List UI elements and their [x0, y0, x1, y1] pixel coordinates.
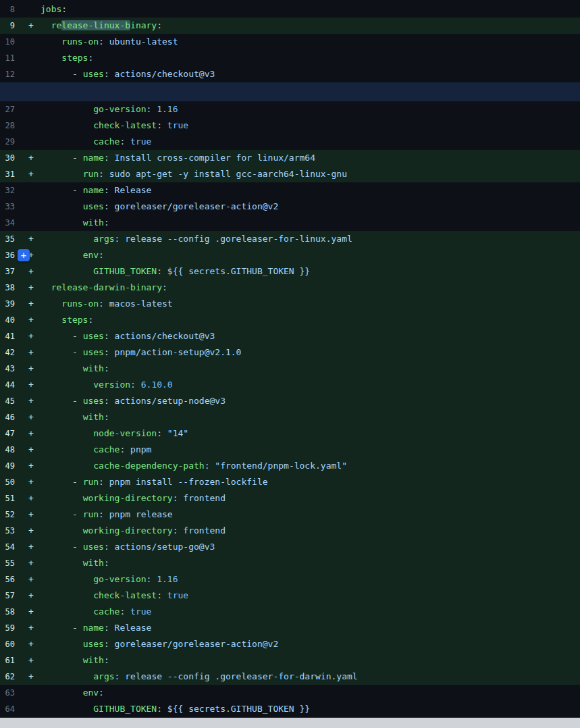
diff-line-30: 30+ - name: Install cross-compiler for l…: [0, 150, 580, 166]
code-text: - name: Release: [41, 620, 580, 636]
diff-line-11: 11 steps:: [0, 50, 580, 66]
diff-line-44: 44+ version: 6.10.0: [0, 377, 580, 393]
code-text: version: 6.10.0: [41, 377, 580, 393]
line-number[interactable]: 42: [0, 344, 22, 361]
line-number[interactable]: 8: [0, 1, 22, 18]
diff-marker: +: [22, 490, 41, 506]
line-number[interactable]: 56: [0, 571, 22, 588]
code-text: args: release --config .goreleaser-for-l…: [41, 231, 580, 247]
line-number[interactable]: 58: [0, 604, 22, 620]
diff-line-55: 55+ with:: [0, 555, 580, 571]
code-text: node-version: "14": [41, 425, 580, 442]
code-text: GITHUB_TOKEN: ${{ secrets.GITHUB_TOKEN }…: [41, 701, 580, 717]
line-number[interactable]: 49: [0, 458, 22, 474]
diff-marker: +: [22, 328, 41, 344]
code-text: cache: true: [41, 604, 580, 620]
line-number[interactable]: 35: [0, 231, 22, 247]
line-number[interactable]: 57: [0, 588, 22, 604]
line-number[interactable]: 40: [0, 312, 22, 328]
line-number[interactable]: 31: [0, 166, 22, 182]
diff-line-41: 41+ - uses: actions/checkout@v3: [0, 328, 580, 344]
diff-line-53: 53+ working-directory: frontend: [0, 523, 580, 539]
diff-marker: +: [22, 539, 41, 555]
diff-marker: +: [22, 425, 41, 442]
diff-line-48: 48+ cache: pnpm: [0, 442, 580, 458]
line-number[interactable]: 29: [0, 134, 22, 150]
diff-table: 8jobs:9+ release-linux-binary:10 runs-on…: [0, 1, 580, 717]
code-text: - name: Install cross-compiler for linux…: [41, 150, 580, 166]
line-number[interactable]: 33: [0, 199, 22, 215]
line-number[interactable]: 50: [0, 474, 22, 490]
line-number[interactable]: 64: [0, 701, 22, 717]
code-text: with:: [41, 555, 580, 571]
code-text: - uses: actions/checkout@v3: [41, 328, 580, 344]
diff-line-47: 47+ node-version: "14": [0, 425, 580, 442]
line-number[interactable]: 9: [0, 18, 22, 34]
selected-text: lease-linux-b: [61, 20, 130, 30]
diff-marker: +: [22, 377, 41, 393]
line-number[interactable]: 30: [0, 150, 22, 166]
add-comment-button[interactable]: +: [18, 249, 30, 261]
diff-line-60: 60+ uses: goreleaser/goreleaser-action@v…: [0, 636, 580, 652]
diff-marker: [22, 66, 41, 82]
code-text: - name: Release: [41, 182, 580, 199]
diff-marker: +: [22, 361, 41, 377]
line-number[interactable]: 28: [0, 118, 22, 134]
code-text: - uses: actions/checkout@v3: [41, 66, 580, 82]
code-text: env:: [41, 685, 580, 701]
line-number[interactable]: 59: [0, 620, 22, 636]
line-number[interactable]: 54: [0, 539, 22, 555]
code-text: with:: [41, 652, 580, 669]
line-number[interactable]: 51: [0, 490, 22, 506]
line-number[interactable]: 38: [0, 280, 22, 296]
diff-marker: +: [22, 166, 41, 182]
line-number[interactable]: 61: [0, 652, 22, 669]
line-number[interactable]: 39: [0, 296, 22, 312]
code-text: cache-dependency-path: "frontend/pnpm-lo…: [41, 458, 580, 474]
line-number[interactable]: 62: [0, 669, 22, 685]
code-text: jobs:: [41, 1, 580, 18]
line-number[interactable]: 10: [0, 34, 22, 50]
line-number[interactable]: 27: [0, 101, 22, 118]
line-number[interactable]: 12: [0, 66, 22, 82]
line-number[interactable]: 52: [0, 506, 22, 523]
line-number[interactable]: 55: [0, 555, 22, 571]
line-number[interactable]: 43: [0, 361, 22, 377]
diff-marker: +: [22, 506, 41, 523]
diff-marker: +: [22, 604, 41, 620]
diff-marker: +: [22, 393, 41, 409]
line-number[interactable]: 60: [0, 636, 22, 652]
line-number[interactable]: 47: [0, 425, 22, 442]
diff-marker: [22, 118, 41, 134]
line-number[interactable]: 53: [0, 523, 22, 539]
line-number[interactable]: 37: [0, 263, 22, 280]
code-text: - uses: actions/setup-go@v3: [41, 539, 580, 555]
line-number[interactable]: 41: [0, 328, 22, 344]
code-text: uses: goreleaser/goreleaser-action@v2: [41, 199, 580, 215]
diff-line-10: 10 runs-on: ubuntu-latest: [0, 34, 580, 50]
code-text: steps:: [41, 50, 580, 66]
code-text: steps:: [41, 312, 580, 328]
diff-line-31: 31+ run: sudo apt-get -y install gcc-aar…: [0, 166, 580, 182]
line-number[interactable]: 34: [0, 215, 22, 231]
expand-hunk-band[interactable]: [0, 82, 580, 101]
code-text: uses: goreleaser/goreleaser-action@v2: [41, 636, 580, 652]
diff-marker: [22, 685, 41, 701]
line-number[interactable]: 63: [0, 685, 22, 701]
code-text: runs-on: macos-latest: [41, 296, 580, 312]
line-number[interactable]: 44: [0, 377, 22, 393]
diff-line-50: 50+ - run: pnpm install --frozen-lockfil…: [0, 474, 580, 490]
line-number[interactable]: 45: [0, 393, 22, 409]
diff-marker: +: [22, 474, 41, 490]
line-number[interactable]: 46: [0, 409, 22, 425]
diff-marker: [22, 182, 41, 199]
diff-line-32: 32 - name: Release: [0, 182, 580, 199]
line-number[interactable]: 11: [0, 50, 22, 66]
page-below-diff: [0, 717, 580, 728]
code-text: - run: pnpm release: [41, 506, 580, 523]
line-number[interactable]: 48: [0, 442, 22, 458]
code-text: - uses: actions/setup-node@v3: [41, 393, 580, 409]
diff-line-63: 63 env:: [0, 685, 580, 701]
diff-marker: [22, 101, 41, 118]
line-number[interactable]: 32: [0, 182, 22, 199]
